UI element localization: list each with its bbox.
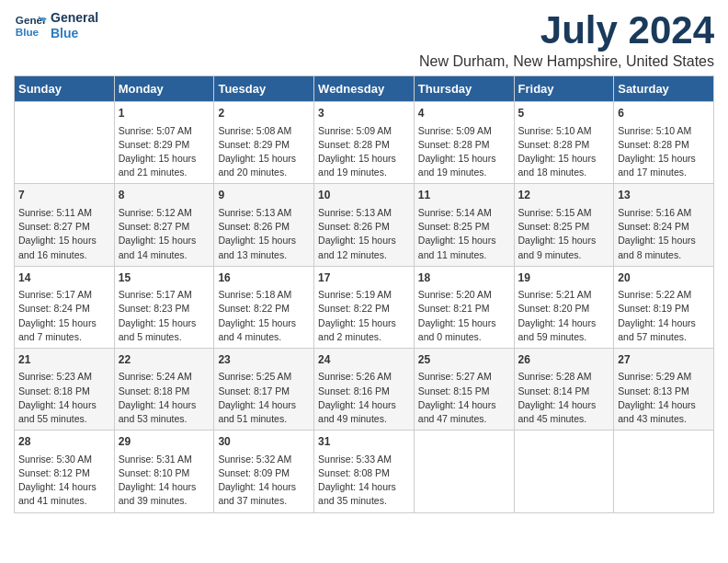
day-info: Sunrise: 5:15 AM bbox=[518, 206, 610, 220]
day-info: Sunrise: 5:09 AM bbox=[318, 124, 410, 138]
logo-text-general: General bbox=[51, 10, 98, 26]
header-friday: Friday bbox=[514, 76, 614, 102]
calendar-week-2: 7Sunrise: 5:11 AMSunset: 8:27 PMDaylight… bbox=[15, 184, 714, 266]
day-info: Sunset: 8:08 PM bbox=[318, 466, 410, 480]
calendar-cell bbox=[614, 431, 714, 512]
calendar-cell: 30Sunrise: 5:32 AMSunset: 8:09 PMDayligh… bbox=[214, 431, 314, 512]
day-info: Sunset: 8:27 PM bbox=[119, 220, 210, 234]
calendar-cell bbox=[514, 431, 614, 512]
header-thursday: Thursday bbox=[414, 76, 514, 102]
day-number: 20 bbox=[618, 270, 710, 286]
header-tuesday: Tuesday bbox=[214, 76, 314, 102]
calendar-cell: 17Sunrise: 5:19 AMSunset: 8:22 PMDayligh… bbox=[314, 266, 415, 348]
calendar-cell: 3Sunrise: 5:09 AMSunset: 8:28 PMDaylight… bbox=[314, 102, 415, 184]
day-info: Sunrise: 5:23 AM bbox=[18, 370, 110, 384]
day-info: Sunset: 8:16 PM bbox=[318, 385, 410, 398]
day-info: Daylight: 14 hours bbox=[518, 398, 610, 412]
day-info: Daylight: 14 hours bbox=[618, 316, 710, 330]
day-info: and 59 minutes. bbox=[518, 330, 610, 344]
day-info: and 12 minutes. bbox=[318, 248, 410, 262]
day-info: Sunset: 8:25 PM bbox=[418, 220, 510, 234]
day-info: Sunset: 8:18 PM bbox=[18, 385, 110, 398]
day-info: Sunrise: 5:10 AM bbox=[618, 124, 710, 138]
day-info: Sunrise: 5:33 AM bbox=[318, 453, 410, 466]
day-number: 30 bbox=[218, 434, 310, 450]
day-info: Sunset: 8:19 PM bbox=[618, 302, 710, 316]
day-info: Daylight: 14 hours bbox=[618, 398, 710, 412]
day-info: Daylight: 14 hours bbox=[119, 480, 210, 494]
day-info: Daylight: 15 hours bbox=[218, 316, 310, 330]
day-number: 4 bbox=[418, 106, 510, 121]
calendar-cell: 27Sunrise: 5:29 AMSunset: 8:13 PMDayligh… bbox=[614, 348, 714, 430]
day-info: and 11 minutes. bbox=[418, 248, 510, 262]
day-number: 18 bbox=[418, 270, 510, 286]
calendar-week-4: 21Sunrise: 5:23 AMSunset: 8:18 PMDayligh… bbox=[15, 348, 714, 430]
calendar-week-1: 1Sunrise: 5:07 AMSunset: 8:29 PMDaylight… bbox=[15, 102, 714, 184]
day-info: Sunset: 8:27 PM bbox=[18, 220, 110, 234]
day-info: Daylight: 15 hours bbox=[18, 234, 110, 247]
day-info: and 45 minutes. bbox=[518, 412, 610, 426]
calendar-cell: 16Sunrise: 5:18 AMSunset: 8:22 PMDayligh… bbox=[214, 266, 314, 348]
day-info: Sunrise: 5:08 AM bbox=[218, 124, 310, 138]
day-number: 7 bbox=[18, 188, 110, 203]
day-info: and 17 minutes. bbox=[618, 166, 710, 179]
day-info: and 57 minutes. bbox=[618, 330, 710, 344]
calendar-cell: 21Sunrise: 5:23 AMSunset: 8:18 PMDayligh… bbox=[15, 348, 115, 430]
day-info: Sunset: 8:28 PM bbox=[418, 138, 510, 152]
day-info: Sunrise: 5:12 AM bbox=[119, 206, 210, 220]
day-info: Sunset: 8:28 PM bbox=[618, 138, 710, 152]
day-number: 27 bbox=[618, 352, 710, 368]
day-number: 29 bbox=[119, 434, 210, 450]
day-number: 15 bbox=[119, 270, 210, 286]
day-number: 17 bbox=[318, 270, 410, 286]
day-info: Daylight: 14 hours bbox=[518, 316, 610, 330]
day-info: Daylight: 15 hours bbox=[119, 152, 210, 166]
day-number: 9 bbox=[218, 188, 310, 203]
day-number: 12 bbox=[518, 188, 610, 203]
header-sunday: Sunday bbox=[15, 76, 115, 102]
day-info: Sunset: 8:24 PM bbox=[618, 220, 710, 234]
day-info: Daylight: 14 hours bbox=[119, 398, 210, 412]
day-info: and 13 minutes. bbox=[218, 248, 310, 262]
header-wednesday: Wednesday bbox=[314, 76, 415, 102]
day-info: and 5 minutes. bbox=[119, 330, 210, 344]
day-number: 5 bbox=[518, 106, 610, 121]
day-info: Sunrise: 5:27 AM bbox=[418, 370, 510, 384]
day-number: 14 bbox=[18, 270, 110, 286]
calendar-cell: 19Sunrise: 5:21 AMSunset: 8:20 PMDayligh… bbox=[514, 266, 614, 348]
day-number: 23 bbox=[218, 352, 310, 368]
day-number: 26 bbox=[518, 352, 610, 368]
day-number: 13 bbox=[618, 188, 710, 203]
day-info: Daylight: 14 hours bbox=[418, 398, 510, 412]
day-number: 1 bbox=[119, 106, 210, 121]
calendar-cell: 23Sunrise: 5:25 AMSunset: 8:17 PMDayligh… bbox=[214, 348, 314, 430]
day-info: Sunrise: 5:17 AM bbox=[18, 288, 110, 302]
day-info: Daylight: 15 hours bbox=[618, 234, 710, 247]
day-info: Daylight: 15 hours bbox=[318, 316, 410, 330]
day-info: Sunset: 8:15 PM bbox=[418, 385, 510, 398]
day-info: and 19 minutes. bbox=[418, 166, 510, 179]
calendar-cell: 18Sunrise: 5:20 AMSunset: 8:21 PMDayligh… bbox=[414, 266, 514, 348]
day-info: Sunset: 8:14 PM bbox=[518, 385, 610, 398]
day-info: Daylight: 14 hours bbox=[318, 398, 410, 412]
day-number: 31 bbox=[318, 434, 410, 450]
calendar-cell: 26Sunrise: 5:28 AMSunset: 8:14 PMDayligh… bbox=[514, 348, 614, 430]
day-info: Sunset: 8:22 PM bbox=[318, 302, 410, 316]
calendar-cell bbox=[15, 102, 115, 184]
day-info: and 21 minutes. bbox=[119, 166, 210, 179]
day-info: Sunrise: 5:29 AM bbox=[618, 370, 710, 384]
day-number: 2 bbox=[218, 106, 310, 121]
day-info: Sunset: 8:26 PM bbox=[218, 220, 310, 234]
day-number: 28 bbox=[18, 434, 110, 450]
day-number: 19 bbox=[518, 270, 610, 286]
day-info: Sunset: 8:10 PM bbox=[119, 466, 210, 480]
day-info: Sunrise: 5:16 AM bbox=[618, 206, 710, 220]
day-info: and 53 minutes. bbox=[119, 412, 210, 426]
day-number: 16 bbox=[218, 270, 310, 286]
day-info: Daylight: 15 hours bbox=[119, 234, 210, 247]
day-info: and 18 minutes. bbox=[518, 166, 610, 179]
day-info: and 19 minutes. bbox=[318, 166, 410, 179]
calendar-header-row: SundayMondayTuesdayWednesdayThursdayFrid… bbox=[15, 76, 714, 102]
calendar-cell: 10Sunrise: 5:13 AMSunset: 8:26 PMDayligh… bbox=[314, 184, 415, 266]
calendar-cell: 12Sunrise: 5:15 AMSunset: 8:25 PMDayligh… bbox=[514, 184, 614, 266]
